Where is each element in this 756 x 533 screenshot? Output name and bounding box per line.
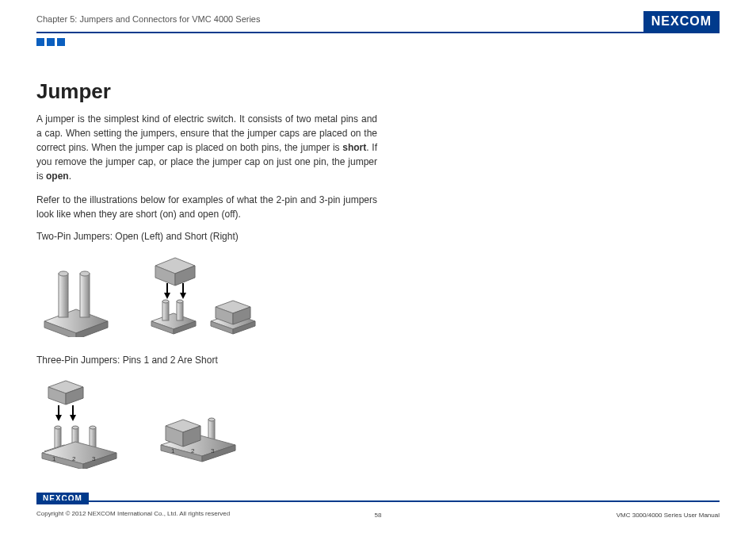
svg-rect-17 [162, 301, 169, 320]
svg-text:3: 3 [92, 455, 96, 462]
caption-three-pin: Three-Pin Jumpers: Pins 1 and 2 Are Shor… [36, 355, 377, 366]
illustration-two-pin [36, 250, 377, 337]
jumper-2pin-open-icon [36, 258, 116, 337]
svg-point-37 [72, 426, 78, 429]
jumper-3pin-short-icon: 1 2 3 [155, 405, 250, 469]
svg-text:3: 3 [211, 447, 215, 454]
svg-point-6 [80, 271, 90, 276]
svg-text:1: 1 [171, 447, 175, 454]
chapter-title: Chapter 5: Jumpers and Connectors for VM… [36, 14, 720, 24]
illustration-three-pin: 1 2 3 [36, 374, 377, 469]
svg-marker-33 [70, 415, 76, 421]
svg-point-4 [59, 271, 68, 276]
svg-point-20 [177, 300, 183, 303]
svg-marker-11 [164, 293, 170, 299]
svg-text:1: 1 [52, 455, 56, 462]
svg-point-39 [90, 426, 96, 429]
jumper-2pin-short-icon [139, 250, 266, 337]
manual-title: VMC 3000/4000 Series User Manual [617, 512, 720, 519]
svg-rect-5 [80, 274, 90, 317]
svg-marker-13 [180, 293, 186, 299]
svg-rect-19 [177, 301, 183, 320]
caption-two-pin: Two-Pin Jumpers: Open (Left) and Short (… [36, 231, 377, 242]
svg-marker-31 [55, 415, 62, 421]
brand-logo: NEXCOM [643, 11, 720, 32]
paragraph-1: A jumper is the simplest kind of electri… [36, 112, 377, 183]
paragraph-2: Refer to the illustrations below for exa… [36, 193, 377, 221]
decorative-squares [36, 38, 65, 46]
svg-point-35 [55, 426, 61, 429]
svg-text:2: 2 [191, 447, 195, 454]
svg-point-52 [208, 418, 215, 421]
page-heading: Jumper [36, 79, 377, 104]
svg-rect-3 [59, 274, 68, 317]
svg-text:2: 2 [72, 455, 76, 462]
header-rule [36, 32, 720, 33]
svg-point-18 [162, 300, 169, 303]
jumper-3pin-hover-icon: 1 2 3 [36, 374, 132, 469]
